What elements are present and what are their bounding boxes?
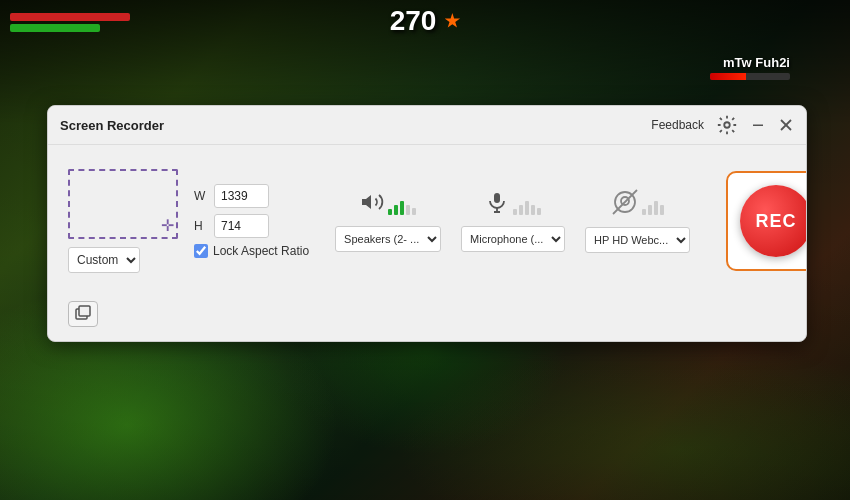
recorder-content: ✛ Custom W H Lock Aspect Ratio [48,145,806,297]
mic-vbar3 [525,201,529,215]
height-input[interactable] [214,214,269,238]
bottom-controls [48,297,806,341]
svg-rect-12 [79,306,90,316]
vbar4 [406,205,410,215]
title-bar: Screen Recorder Feedback [48,106,806,145]
microphone-icon [485,190,509,220]
svg-rect-5 [494,193,500,203]
width-label: W [194,189,208,203]
title-bar-right: Feedback [651,114,794,136]
health-bar [10,13,130,21]
svg-line-10 [613,190,637,214]
hud-left-bars [10,13,130,32]
rec-button-wrapper: REC [726,171,807,271]
svg-rect-1 [753,125,763,127]
preview-section: ✛ Custom [68,169,178,273]
window-title: Screen Recorder [60,118,164,133]
game-hud [0,0,850,100]
speaker-volume-bars [388,195,416,215]
aspect-lock-row: Lock Aspect Ratio [194,244,309,258]
mana-bar [10,24,100,32]
microphone-icon-row [485,190,541,220]
vbar3 [400,201,404,215]
microphone-dropdown[interactable]: Microphone (... [461,226,565,252]
webcam-dropdown[interactable]: HP HD Webc... [585,227,690,253]
speakers-control: Speakers (2- ... [335,190,441,252]
minimize-button[interactable] [750,117,766,133]
speakers-icon-row [360,190,416,220]
mic-vbar5 [537,208,541,215]
svg-point-0 [724,122,730,128]
width-input[interactable] [214,184,269,208]
screenshot-button[interactable] [68,301,98,327]
wcbar4 [660,205,664,215]
mic-vbar1 [513,209,517,215]
svg-marker-4 [362,195,371,209]
aspect-lock-checkbox[interactable] [194,244,208,258]
vbar5 [412,208,416,215]
rec-section: REC [716,161,807,281]
mic-volume-bars [513,195,541,215]
microphone-control: Microphone (... [461,190,565,252]
screen-preview: ✛ [68,169,178,239]
speakers-dropdown[interactable]: Speakers (2- ... [335,226,441,252]
crosshair-icon: ✛ [161,216,174,235]
height-label: H [194,219,208,233]
preview-controls: Custom [68,247,178,273]
screen-recorder-window: Screen Recorder Feedback [47,105,807,342]
settings-button[interactable] [716,114,738,136]
speaker-icon [360,190,384,220]
webcam-icon-row [612,189,664,221]
rec-button[interactable]: REC [740,185,807,257]
height-row: H [194,214,309,238]
aspect-lock-label: Lock Aspect Ratio [213,244,309,258]
close-button[interactable] [778,117,794,133]
webcam-control: HP HD Webc... [585,189,690,253]
dimension-controls: W H Lock Aspect Ratio [194,184,309,258]
mic-vbar2 [519,205,523,215]
audio-section: Speakers (2- ... [325,189,700,253]
wcbar3 [654,201,658,215]
wcbar2 [648,205,652,215]
mic-vbar4 [531,205,535,215]
webcam-bars [642,195,664,215]
vbar2 [394,205,398,215]
preset-dropdown[interactable]: Custom [68,247,140,273]
feedback-link[interactable]: Feedback [651,118,704,132]
webcam-icon [612,189,638,221]
vbar1 [388,209,392,215]
wcbar1 [642,209,646,215]
width-row: W [194,184,309,208]
